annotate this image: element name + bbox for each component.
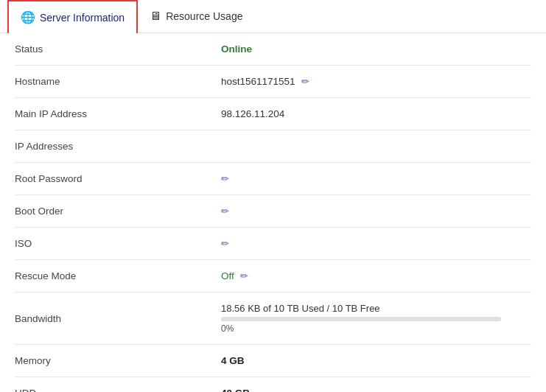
main-ip-value: 98.126.11.204 (221, 108, 284, 119)
label-ip-addresses: IP Addresses (15, 141, 221, 152)
row-boot-order: Boot Order ✏ (15, 195, 531, 228)
row-main-ip: Main IP Address 98.126.11.204 (15, 98, 531, 130)
tabs-container: 🌐 Server Information 🖥 Resource Usage (0, 0, 546, 33)
label-memory: Memory (15, 355, 221, 366)
row-hdd: HDD 40 GB (15, 377, 531, 392)
value-boot-order: ✏ (221, 206, 531, 217)
row-memory: Memory 4 GB (15, 345, 531, 377)
row-bandwidth: Bandwidth 18.56 KB of 10 TB Used / 10 TB… (15, 293, 531, 345)
value-memory: 4 GB (221, 355, 531, 366)
label-hdd: HDD (15, 388, 221, 392)
monitor-icon: 🖥 (150, 10, 161, 23)
value-hdd: 40 GB (221, 388, 531, 392)
label-root-password: Root Password (15, 173, 221, 184)
hdd-value: 40 GB (221, 388, 250, 392)
row-rescue-mode: Rescue Mode Off ✏ (15, 260, 531, 293)
boot-order-edit-icon[interactable]: ✏ (221, 206, 229, 217)
value-rescue-mode: Off ✏ (221, 270, 531, 281)
bandwidth-percent: 0% (221, 323, 531, 334)
memory-value: 4 GB (221, 355, 245, 366)
row-ip-addresses: IP Addresses (15, 130, 531, 163)
value-main-ip: 98.126.11.204 (221, 108, 531, 119)
value-status: Online (221, 43, 531, 55)
tab-resource-usage-label: Resource Usage (166, 10, 242, 22)
value-root-password: ✏ (221, 173, 531, 184)
iso-edit-icon[interactable]: ✏ (221, 238, 229, 249)
label-bandwidth: Bandwidth (15, 313, 221, 324)
hostname-edit-icon[interactable]: ✏ (301, 76, 309, 87)
row-status: Status Online (15, 33, 531, 66)
label-hostname: Hostname (15, 76, 221, 87)
rescue-mode-edit-icon[interactable]: ✏ (240, 270, 248, 281)
label-status: Status (15, 43, 221, 55)
hostname-value: host1561171551 (221, 76, 295, 87)
bandwidth-text: 18.56 KB of 10 TB Used / 10 TB Free (221, 303, 531, 314)
row-iso: ISO ✏ (15, 228, 531, 260)
bandwidth-bar-container (221, 317, 501, 321)
row-root-password: Root Password ✏ (15, 163, 531, 195)
label-main-ip: Main IP Address (15, 108, 221, 119)
status-value: Online (221, 43, 252, 55)
label-rescue-mode: Rescue Mode (15, 270, 221, 281)
label-iso: ISO (15, 238, 221, 249)
globe-icon: 🌐 (21, 10, 35, 24)
root-password-edit-icon[interactable]: ✏ (221, 173, 229, 184)
server-info-content: Status Online Hostname host1561171551 ✏ … (0, 33, 546, 392)
row-hostname: Hostname host1561171551 ✏ (15, 66, 531, 98)
tab-resource-usage[interactable]: 🖥 Resource Usage (138, 0, 254, 32)
tab-server-information-label: Server Information (40, 12, 125, 24)
rescue-mode-value: Off (221, 270, 234, 281)
label-boot-order: Boot Order (15, 206, 221, 217)
value-bandwidth: 18.56 KB of 10 TB Used / 10 TB Free 0% (221, 303, 531, 334)
tab-server-information[interactable]: 🌐 Server Information (7, 0, 138, 33)
value-hostname: host1561171551 ✏ (221, 76, 531, 87)
value-iso: ✏ (221, 238, 531, 249)
